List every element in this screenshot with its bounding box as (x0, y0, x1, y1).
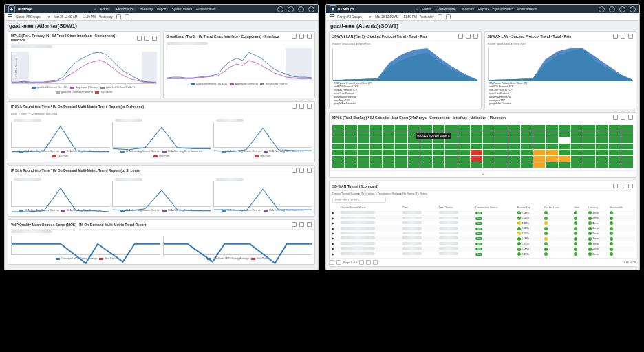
nav-alarms[interactable]: Alarms (422, 8, 431, 11)
gear-icon[interactable] (299, 222, 304, 227)
nav-performance[interactable]: Performance (436, 7, 458, 12)
nav-reports[interactable]: Reports (157, 8, 168, 11)
heat-cell[interactable] (559, 162, 570, 168)
chart-rtt-1[interactable] (11, 122, 109, 148)
heat-cell[interactable] (420, 144, 432, 149)
maximize-icon[interactable] (292, 168, 297, 173)
heat-cell[interactable] (583, 156, 595, 162)
heat-chart[interactable]: 03/25/20 8:00 AM Value: 6 (330, 122, 636, 170)
heat-cell[interactable] (395, 150, 407, 155)
bell-icon[interactable] (288, 6, 294, 12)
heat-cell[interactable] (596, 162, 608, 168)
heat-cell[interactable] (370, 162, 382, 168)
expand-icon[interactable] (125, 14, 129, 19)
heat-cell[interactable] (471, 131, 482, 137)
heat-cell[interactable] (383, 131, 394, 137)
heat-cell[interactable] (483, 138, 495, 143)
chart-rtt-4[interactable] (11, 182, 109, 207)
heat-cell[interactable] (521, 131, 533, 137)
heat-cell[interactable] (621, 131, 633, 137)
heat-cell[interactable] (521, 156, 533, 162)
heat-cell[interactable] (508, 162, 520, 168)
group-filter[interactable]: Group: All Groups (16, 15, 41, 19)
heat-cell[interactable] (332, 138, 344, 143)
nav-alarms[interactable]: Alarms (100, 8, 110, 11)
next-page-button[interactable] (359, 260, 364, 265)
heat-cell[interactable] (508, 131, 520, 137)
heat-cell[interactable] (358, 150, 369, 155)
heat-cell[interactable] (508, 150, 520, 155)
heat-cell[interactable] (420, 125, 432, 131)
chart-mos-2[interactable] (163, 236, 312, 255)
heat-cell[interactable] (345, 162, 356, 168)
expand-row-icon[interactable]: ▶ (332, 232, 334, 235)
heat-cell[interactable] (395, 131, 407, 137)
nav-reports[interactable]: Reports (478, 8, 489, 11)
heat-cell[interactable] (471, 138, 482, 143)
heat-cell[interactable] (609, 131, 621, 137)
heat-cell[interactable] (609, 150, 621, 155)
col-header[interactable]: Dest (401, 205, 438, 210)
nav-system-health[interactable]: System Health (493, 8, 513, 11)
heat-cell[interactable] (332, 131, 344, 137)
heat-cell[interactable] (458, 144, 470, 149)
heat-cell[interactable] (383, 138, 394, 143)
heat-cell[interactable] (559, 138, 570, 143)
heat-cell[interactable] (471, 125, 482, 131)
search-icon[interactable] (599, 6, 605, 12)
heat-cell[interactable] (521, 138, 533, 143)
nav-performance[interactable]: Performance (114, 7, 136, 12)
heat-cell[interactable] (395, 125, 407, 131)
help-icon[interactable] (473, 34, 478, 38)
heat-cell[interactable] (383, 162, 394, 168)
heat-cell[interactable] (433, 162, 444, 168)
heat-cell[interactable] (345, 156, 356, 162)
heat-cell[interactable] (596, 125, 608, 131)
heat-cell[interactable] (495, 131, 507, 137)
heat-cell[interactable] (571, 138, 583, 143)
expand-row-icon[interactable]: ▶ (332, 227, 334, 230)
expand-row-icon[interactable]: ▶ (332, 252, 334, 256)
heat-cell[interactable] (395, 156, 407, 162)
first-page-button[interactable] (330, 260, 334, 265)
heat-cell[interactable] (408, 156, 420, 162)
heat-cell[interactable] (332, 162, 344, 168)
time-preset[interactable]: Yesterday (420, 15, 434, 19)
heat-cell[interactable] (533, 144, 545, 149)
heat-cell[interactable] (521, 150, 533, 155)
heat-cell[interactable] (583, 162, 595, 168)
help-icon[interactable] (628, 115, 633, 120)
heat-cell[interactable] (495, 138, 507, 143)
help-icon[interactable] (307, 168, 312, 173)
last-page-button[interactable] (366, 260, 371, 265)
heat-cell[interactable] (521, 125, 533, 131)
heat-cell[interactable] (621, 144, 633, 149)
heat-cell[interactable] (471, 144, 482, 149)
heat-cell[interactable] (596, 138, 608, 143)
heat-cell[interactable] (445, 125, 457, 131)
gear-icon[interactable] (621, 34, 625, 38)
chart-broadband[interactable] (167, 48, 312, 80)
heat-cell[interactable] (521, 162, 533, 168)
heat-cell[interactable] (445, 150, 457, 155)
heat-cell[interactable] (445, 144, 457, 149)
help-icon[interactable] (619, 6, 625, 12)
maximize-icon[interactable] (613, 34, 618, 38)
heat-cell[interactable] (609, 156, 621, 162)
heat-cell[interactable] (571, 125, 583, 131)
chart-stacked-2[interactable] (488, 48, 634, 80)
gear-icon[interactable] (621, 115, 625, 120)
col-header[interactable]: Round Trip (516, 205, 543, 210)
heat-cell[interactable] (483, 125, 495, 131)
heat-cell[interactable] (370, 144, 382, 149)
table-row[interactable]: ▶Yes 4.25% 5 ms (331, 231, 634, 236)
heat-cell[interactable] (408, 162, 420, 168)
heat-cell[interactable] (546, 131, 557, 137)
heat-cell[interactable] (546, 125, 557, 131)
gear-icon[interactable] (466, 34, 471, 38)
group-filter[interactable]: Group: All Groups (337, 15, 362, 19)
heat-cell[interactable] (458, 125, 470, 131)
heat-cell[interactable] (559, 131, 570, 137)
nav-admin[interactable]: Administration (517, 8, 537, 11)
heat-cell[interactable] (471, 150, 482, 155)
